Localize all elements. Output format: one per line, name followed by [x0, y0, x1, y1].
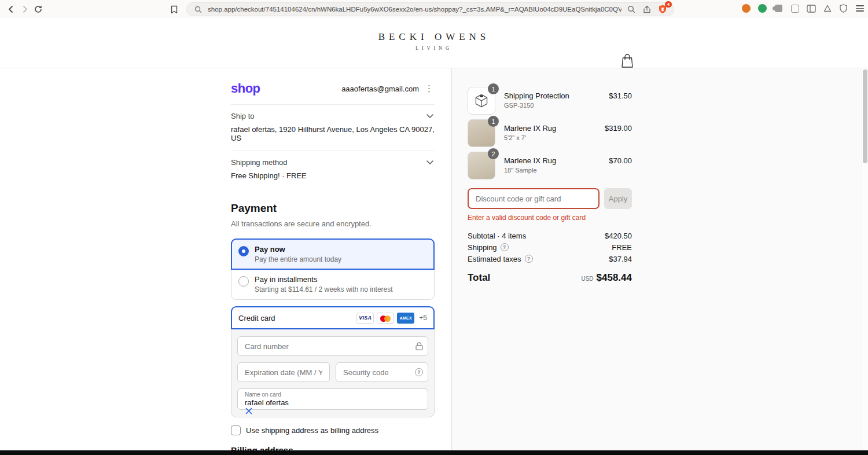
item-variant: 5'2" x 7' — [504, 134, 596, 141]
pay-now-description: Pay the entire amount today — [255, 255, 427, 263]
total-amount: $458.44 — [597, 272, 632, 284]
page-scrollbar — [862, 68, 868, 451]
credit-card-method-tab[interactable]: Credit card VISA AMEX +5 — [231, 306, 435, 329]
browser-window: shop.app/checkout/74514104624/cn/hWN6kaL… — [0, 0, 868, 455]
payment-subtitle: All transactions are secure and encrypte… — [231, 219, 435, 228]
search-icon — [192, 3, 204, 15]
item-thumbnail: 1 — [468, 87, 495, 115]
url-bar[interactable]: shop.app/checkout/74514104624/cn/hWN6kaL… — [186, 2, 674, 16]
discount-code-input[interactable] — [468, 188, 599, 209]
extension-orange-icon[interactable] — [741, 3, 752, 14]
pay-now-label: Pay now — [255, 245, 427, 254]
wallet-icon[interactable] — [789, 3, 800, 14]
store-name: BECKI OWENS — [0, 31, 868, 43]
url-text[interactable]: shop.app/checkout/74514104624/cn/hWN6kaL… — [208, 6, 621, 13]
quantity-badge: 1 — [488, 116, 499, 127]
payment-heading: Payment — [231, 202, 435, 215]
shop-account-row: shop aaaofertas@gmail.com — [231, 68, 435, 104]
order-summary-panel: 1 Shipping Protection GSP-3150 $31.50 1 … — [451, 68, 862, 451]
clear-name-icon[interactable] — [245, 407, 253, 417]
store-name-sub: LIVING — [0, 46, 868, 51]
pay-installments-option[interactable]: Pay in installments Starting at $114.61 … — [231, 269, 434, 299]
mastercard-icon — [377, 313, 394, 324]
totals-section: Subtotal · 4 items $420.50 Shipping FREE… — [468, 230, 632, 284]
security-code-input[interactable] — [336, 362, 428, 382]
brave-shield-icon[interactable]: 4 — [657, 3, 668, 15]
checkout-form: shop aaaofertas@gmail.com Ship to rafael… — [231, 68, 435, 455]
discount-error-message: Enter a valid discount code or gift card — [468, 214, 632, 222]
security-code-field — [336, 362, 428, 382]
card-number-input[interactable] — [237, 336, 428, 356]
billing-same-checkbox[interactable] — [231, 425, 241, 435]
shipping-method-value: Free Shipping! · FREE — [231, 171, 435, 180]
sidebar-toggle-icon[interactable] — [806, 3, 816, 14]
discount-row: Apply — [468, 188, 632, 209]
shipping-row: Shipping FREE — [468, 241, 632, 253]
taxes-label: Estimated taxes — [468, 255, 521, 263]
forward-button[interactable] — [18, 2, 31, 16]
apply-discount-button[interactable]: Apply — [604, 188, 632, 209]
account-email: aaaofertas@gmail.com — [341, 85, 419, 93]
store-brand: BECKI OWENS LIVING — [0, 31, 868, 51]
item-price: $31.50 — [609, 87, 632, 100]
item-title: Marlene IX Rug — [504, 156, 600, 165]
pay-now-radio[interactable] — [238, 246, 249, 256]
card-brand-icons: VISA AMEX +5 — [356, 313, 427, 324]
pay-installments-radio[interactable] — [238, 276, 249, 287]
back-button[interactable] — [4, 2, 17, 16]
bookmarks-icon[interactable] — [168, 3, 181, 16]
browser-toolbar: shop.app/checkout/74514104624/cn/hWN6kaL… — [0, 0, 868, 18]
card-number-field — [237, 336, 428, 356]
extension-green-icon[interactable] — [757, 3, 768, 14]
reload-button[interactable] — [31, 2, 45, 16]
visa-icon: VISA — [356, 313, 374, 324]
package-icon — [472, 91, 491, 110]
scrollbar-thumb[interactable] — [863, 69, 867, 163]
pay-installments-label: Pay in installments — [255, 275, 427, 284]
cart-item: 1 Shipping Protection GSP-3150 $31.50 — [468, 87, 632, 115]
item-price: $70.00 — [609, 152, 632, 165]
expiration-input[interactable] — [237, 362, 330, 382]
shield-badge: 4 — [665, 1, 672, 8]
quantity-badge: 1 — [488, 83, 499, 94]
brave-talk-icon[interactable] — [822, 3, 833, 14]
share-icon[interactable] — [641, 3, 653, 15]
rewards-shield-icon[interactable] — [838, 3, 849, 14]
item-variant: GSP-3150 — [504, 102, 600, 109]
ship-to-label: Ship to — [231, 112, 254, 120]
taxes-row: Estimated taxes $37.94 — [468, 253, 632, 265]
total-currency: USD — [581, 276, 593, 282]
grand-total-row: Total USD $458.44 — [468, 272, 632, 284]
total-label: Total — [468, 272, 490, 284]
pay-now-option[interactable]: Pay now Pay the entire amount today — [231, 238, 435, 270]
shipping-method-chevron-down-icon[interactable] — [425, 159, 435, 166]
taxes-value: $37.94 — [609, 255, 632, 263]
shipping-help-icon[interactable] — [501, 243, 509, 251]
billing-same-label: Use shipping address as billing address — [246, 426, 378, 435]
cart-item: 2 Marlene IX Rug 18" Sample $70.00 — [468, 152, 632, 179]
menu-icon[interactable] — [854, 3, 865, 14]
lock-icon — [415, 342, 423, 351]
item-variant: 18" Sample — [504, 167, 600, 174]
item-title: Shipping Protection — [504, 91, 600, 100]
ship-to-chevron-down-icon[interactable] — [425, 113, 435, 119]
subtotal-value: $420.50 — [605, 232, 632, 240]
item-title: Marlene IX Rug — [504, 124, 596, 133]
shipping-method-section: Shipping method Free Shipping! · FREE — [231, 151, 435, 188]
zoom-icon[interactable] — [626, 3, 637, 15]
item-price: $319.00 — [605, 119, 632, 133]
security-code-help-icon[interactable] — [415, 368, 423, 376]
name-on-card-value: rafael ofertas — [245, 398, 408, 407]
shop-logo: shop — [231, 81, 260, 96]
name-on-card-field[interactable]: Name on card rafael ofertas — [237, 388, 428, 410]
shipping-method-label: Shipping method — [231, 158, 288, 167]
extensions-area — [741, 3, 865, 14]
cart-bag-icon[interactable] — [620, 53, 635, 69]
amex-icon: AMEX — [397, 313, 414, 324]
billing-same-checkbox-row[interactable]: Use shipping address as billing address — [231, 425, 435, 435]
taxes-help-icon[interactable] — [525, 255, 533, 263]
credit-card-section: Credit card VISA AMEX +5 — [231, 306, 435, 417]
more-cards-count: +5 — [419, 314, 427, 322]
account-menu-icon[interactable] — [424, 83, 435, 94]
extensions-puzzle-icon[interactable] — [773, 3, 784, 14]
